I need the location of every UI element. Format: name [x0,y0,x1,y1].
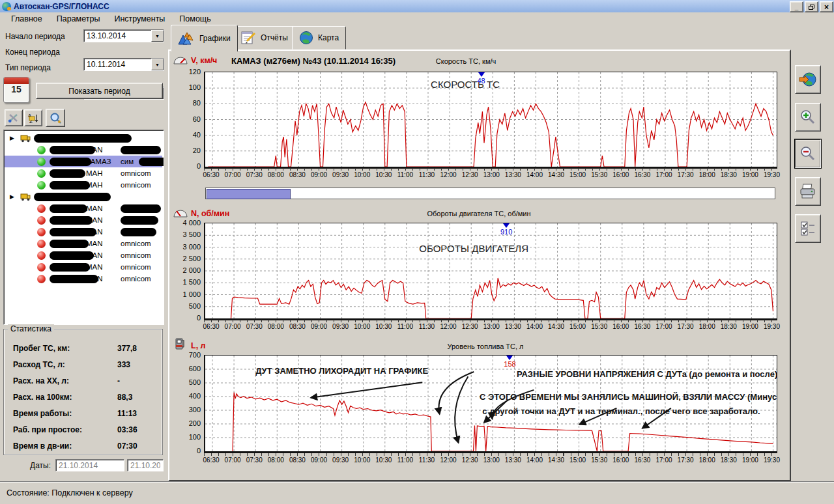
redacted-vehicle-name [50,240,89,248]
x-axis-tick: 09:00 [308,323,330,330]
y-axis-tick: 2 500 [171,255,201,262]
status-green-icon [37,146,46,154]
time-scrollbar[interactable] [205,188,775,199]
field-combo-1[interactable]: 10.11.2014▼ [83,58,164,71]
x-axis-tick: 19:30 [760,171,783,178]
status-red-icon [37,263,46,272]
y-axis-tick: 3 000 [171,243,201,251]
chart-annotation: С ЭТОГО ВРЕМЕНИ МЫ ЗАНЯЛИСЬ МАШИНОЙ, ВЗЯ… [480,392,777,402]
dropdown-arrow-icon[interactable]: ▼ [151,59,164,70]
field-value-1: 10.11.2014 [84,60,151,69]
rpm-axis-label: N, об/мин [191,209,229,218]
redacted-terminal [121,228,156,236]
x-axis-tick: 13:30 [502,171,524,178]
y-axis-tick: 700 [171,351,201,359]
expand-arrow-icon[interactable]: ▶ [10,193,16,200]
status-text: Состояние: Подключен к серверу [7,488,133,497]
y-axis-tick: 3 500 [171,231,201,238]
search-button[interactable] [46,109,65,127]
x-axis-tick: 10:00 [351,171,373,178]
rpm-chart-plot: ОБОРОТЫ ДВИГАТЕЛЯ910 [204,223,777,320]
y-axis-tick: 1 000 [171,290,201,298]
x-axis-tick: 09:00 [308,171,330,178]
status-green-icon [37,181,46,189]
tree-group-row[interactable]: ▶ [5,132,162,144]
menu-item-2[interactable]: Инструменты [107,13,172,25]
menu-item-3[interactable]: Помощь [172,13,218,25]
vehicle-terminal: сим [121,158,134,165]
tree-row[interactable]: MAN [5,226,162,238]
vehicle-brand: MAN [86,228,103,236]
print-button[interactable] [795,177,821,206]
stat-value: 377,8 [117,344,137,353]
status-red-icon [37,228,46,236]
zoom-out-button[interactable] [795,139,821,168]
stat-value: 88,3 [117,393,132,402]
status-red-icon [37,216,46,225]
statistics-title: Статистика [8,324,54,333]
tree-row[interactable]: КАМАЗсим [5,156,162,167]
menu-item-1[interactable]: Параметры [50,13,108,25]
x-axis-tick: 18:30 [717,171,740,178]
tab-reports[interactable]: Отчёты [233,26,295,49]
x-axis-tick: 18:30 [717,323,740,330]
chart-annotation: РАЗНЫЕ УРОВНИ НАПРЯЖЕНИЯ С ДУТа (до ремо… [517,369,777,379]
x-axis-tick: 07:30 [243,456,265,464]
redacted-terminal [121,216,158,225]
tools-button[interactable] [5,109,23,126]
x-axis-tick: 19:30 [760,323,783,330]
date-from-input[interactable] [55,459,124,471]
x-axis-tick: 18:00 [696,171,718,178]
calendar-icon[interactable]: 15 [3,77,29,103]
tree-row[interactable]: МАНomnicom [5,179,162,191]
minimize-button[interactable]: _ [790,1,803,12]
tab-graphs[interactable]: Графики [171,25,238,51]
show-on-map-button[interactable] [795,65,821,94]
field-combo-0[interactable]: 13.10.2014▼ [83,29,164,42]
vehicle-terminal: omnicom [121,275,151,283]
close-button[interactable]: × [820,1,833,12]
rpm-chart-title: Обороты двигателя ТС, об/мин [427,210,530,217]
x-axis-tick: 08:30 [286,171,308,178]
x-axis-tick: 15:30 [588,171,611,178]
report-options-button[interactable] [795,214,821,243]
x-axis-tick: 18:00 [696,456,718,464]
dropdown-arrow-icon[interactable]: ▼ [151,30,164,42]
redacted-group-name [34,193,111,201]
tree-row[interactable]: MANomnicom [5,273,162,285]
x-axis-tick: 15:00 [567,171,589,178]
x-axis-tick: 13:30 [502,323,524,330]
search-icon [50,112,62,124]
x-axis-tick: 12:30 [459,456,481,464]
x-axis-tick: 11:00 [394,171,416,178]
tab-map[interactable]: Карта [292,26,346,49]
stat-label: Расх. на ХХ, л: [13,376,69,385]
sort-az-button[interactable]: A Z [24,109,42,126]
tree-row[interactable]: MANomnicom [5,238,162,249]
vehicle-brand: MAN [86,216,103,224]
tree-group-row[interactable]: ▶ [5,191,162,203]
x-axis-tick: 11:00 [394,323,416,330]
date-to-input[interactable] [127,459,164,471]
expand-arrow-icon[interactable]: ▶ [10,135,16,141]
zoom-in-button[interactable] [795,103,821,132]
restore-button[interactable] [805,1,818,12]
calendar-header [4,77,29,84]
tree-row[interactable]: MANomnicom [5,249,162,261]
show-period-button[interactable]: Показать период [36,83,163,99]
x-axis-tick: 09:30 [330,456,352,464]
tree-row[interactable]: МАНomnicom [5,167,162,179]
fuel-chart-plot: ДУТ ЗАМЕТНО ЛИХОРАДИТ НА ГРАФИКЕРАЗНЫЕ У… [204,355,777,453]
tree-row[interactable]: MANomnicom [5,261,162,273]
tree-row[interactable]: MAN [5,144,162,156]
scrollbar-thumb[interactable] [207,189,291,199]
restore-icon [809,5,814,10]
x-axis-tick: 13:00 [480,171,502,178]
cursor-marker-icon [503,223,510,228]
tree-row[interactable]: MAN [5,203,162,214]
tree-row[interactable]: MAN [5,214,162,226]
speed-axis-label: V, км/ч [191,56,217,65]
menu-item-0[interactable]: Главное [4,13,50,25]
y-axis-tick: 100 [171,433,201,441]
chart-inner-caption: СКОРОСТЬ ТС [431,79,500,90]
